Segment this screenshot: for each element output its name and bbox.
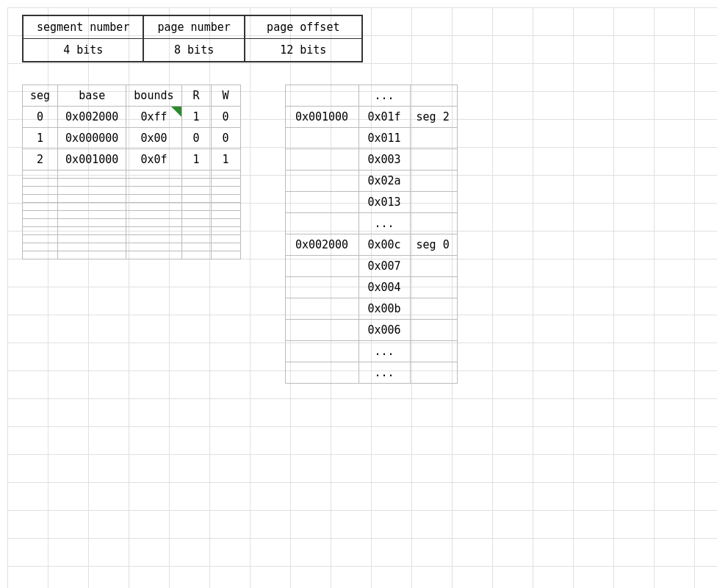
page-table: ... 0x001000 0x01f seg 2 0x011 bbox=[285, 85, 458, 384]
table-row: 0x002000 0x00c seg 0 bbox=[285, 234, 457, 256]
base-col-header: base bbox=[58, 85, 126, 107]
page-val-0: ... bbox=[358, 85, 410, 107]
table-row-empty bbox=[23, 251, 241, 259]
main-area: seg base bounds R W 0 0x002000 0xff 1 0 … bbox=[7, 85, 717, 384]
page-addr-6 bbox=[285, 213, 358, 234]
table-row-empty bbox=[23, 219, 241, 227]
page-addr-10 bbox=[285, 298, 358, 320]
segment-number-header: segment number bbox=[23, 15, 143, 39]
page-addr-11 bbox=[285, 320, 358, 341]
table-row-empty bbox=[23, 227, 241, 235]
page-label-11 bbox=[410, 320, 457, 341]
table-row: ... bbox=[285, 341, 457, 362]
page-val-1: 0x01f bbox=[358, 107, 410, 128]
table-row: 1 0x000000 0x00 0 0 bbox=[23, 128, 241, 149]
page-val-10: 0x00b bbox=[358, 298, 410, 320]
page-addr-9 bbox=[285, 277, 358, 298]
seg-col-header: seg bbox=[23, 85, 58, 107]
table-row: 0x003 bbox=[285, 149, 457, 171]
page-val-11: 0x006 bbox=[358, 320, 410, 341]
page-addr-2 bbox=[285, 128, 358, 149]
page-val-12: ... bbox=[358, 341, 410, 362]
page-label-4 bbox=[410, 171, 457, 192]
table-row: ... bbox=[285, 85, 457, 107]
seg2-r: 1 bbox=[181, 149, 211, 171]
seg2-num: 2 bbox=[23, 149, 58, 171]
page-addr-5 bbox=[285, 192, 358, 213]
table-row-empty bbox=[23, 235, 241, 243]
page-addr-13 bbox=[285, 362, 358, 384]
page-offset-bits: 12 bits bbox=[245, 39, 362, 62]
bounds-col-header: bounds bbox=[126, 85, 181, 107]
seg0-num: 0 bbox=[23, 107, 58, 128]
table-row-empty bbox=[23, 203, 241, 211]
table-row: 0x007 bbox=[285, 256, 457, 277]
table-row-empty bbox=[23, 171, 241, 179]
table-row: 0x02a bbox=[285, 171, 457, 192]
seg0-base: 0x002000 bbox=[58, 107, 126, 128]
seg0-bounds: 0xff bbox=[126, 107, 181, 128]
page-label-8 bbox=[410, 256, 457, 277]
seg2-w: 1 bbox=[211, 149, 240, 171]
page-addr-3 bbox=[285, 149, 358, 171]
table-row: 0x011 bbox=[285, 128, 457, 149]
page-label-6 bbox=[410, 213, 457, 234]
page-label-3 bbox=[410, 149, 457, 171]
seg0-r: 1 bbox=[181, 107, 211, 128]
page-val-6: ... bbox=[358, 213, 410, 234]
page-label-7: seg 0 bbox=[410, 234, 457, 256]
address-format-table: segment number page number page offset 4… bbox=[22, 15, 363, 62]
segment-number-bits: 4 bits bbox=[23, 39, 143, 62]
page-val-3: 0x003 bbox=[358, 149, 410, 171]
page-offset-header: page offset bbox=[245, 15, 362, 39]
page-number-header: page number bbox=[143, 15, 244, 39]
page-val-13: ... bbox=[358, 362, 410, 384]
seg2-bounds: 0x0f bbox=[126, 149, 181, 171]
table-row-empty bbox=[23, 195, 241, 203]
r-col-header: R bbox=[181, 85, 211, 107]
page-addr-4 bbox=[285, 171, 358, 192]
table-row: 0x013 bbox=[285, 192, 457, 213]
seg1-r: 0 bbox=[181, 128, 211, 149]
table-row: ... bbox=[285, 213, 457, 234]
page-addr-1: 0x001000 bbox=[285, 107, 358, 128]
seg1-num: 1 bbox=[23, 128, 58, 149]
w-col-header: W bbox=[211, 85, 240, 107]
page-label-12 bbox=[410, 341, 457, 362]
table-row: 2 0x001000 0x0f 1 1 bbox=[23, 149, 241, 171]
page-label-5 bbox=[410, 192, 457, 213]
seg2-base: 0x001000 bbox=[58, 149, 126, 171]
seg0-w: 0 bbox=[211, 107, 240, 128]
table-row: 0x006 bbox=[285, 320, 457, 341]
page-addr-7: 0x002000 bbox=[285, 234, 358, 256]
page-val-7: 0x00c bbox=[358, 234, 410, 256]
seg1-base: 0x000000 bbox=[58, 128, 126, 149]
table-row: 0x00b bbox=[285, 298, 457, 320]
page-addr-12 bbox=[285, 341, 358, 362]
segment-table: seg base bounds R W 0 0x002000 0xff 1 0 … bbox=[22, 85, 241, 259]
table-row: ... bbox=[285, 362, 457, 384]
page-val-9: 0x004 bbox=[358, 277, 410, 298]
page-label-1: seg 2 bbox=[410, 107, 457, 128]
page-number-bits: 8 bits bbox=[143, 39, 244, 62]
table-row-empty bbox=[23, 179, 241, 187]
page-val-8: 0x007 bbox=[358, 256, 410, 277]
page-val-4: 0x02a bbox=[358, 171, 410, 192]
page-val-5: 0x013 bbox=[358, 192, 410, 213]
table-row-empty bbox=[23, 187, 241, 195]
page-label-13 bbox=[410, 362, 457, 384]
page-label-0 bbox=[410, 85, 457, 107]
table-row: 0 0x002000 0xff 1 0 bbox=[23, 107, 241, 128]
page-val-2: 0x011 bbox=[358, 128, 410, 149]
page-label-2 bbox=[410, 128, 457, 149]
table-row-empty bbox=[23, 211, 241, 219]
table-row-empty bbox=[23, 243, 241, 251]
page-label-9 bbox=[410, 277, 457, 298]
table-row: 0x004 bbox=[285, 277, 457, 298]
table-row: 0x001000 0x01f seg 2 bbox=[285, 107, 457, 128]
page-addr-0 bbox=[285, 85, 358, 107]
page-label-10 bbox=[410, 298, 457, 320]
page-addr-8 bbox=[285, 256, 358, 277]
seg1-bounds: 0x00 bbox=[126, 128, 181, 149]
seg1-w: 0 bbox=[211, 128, 240, 149]
